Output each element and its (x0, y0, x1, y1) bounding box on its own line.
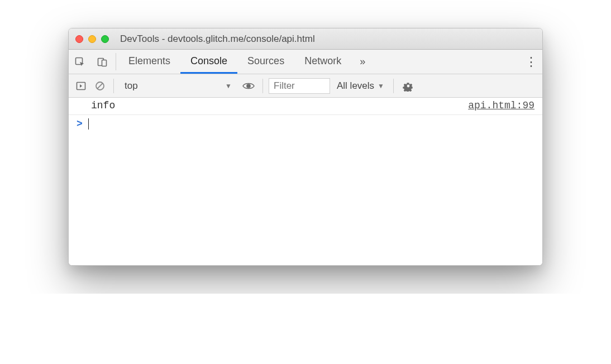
settings-gear-icon[interactable] (399, 80, 417, 92)
svg-line-5 (97, 83, 103, 89)
toolbar-divider (393, 79, 394, 93)
console-prompt[interactable]: > (69, 115, 542, 133)
close-window-icon[interactable] (75, 35, 83, 43)
panel-tabbar: Elements Console Sources Network » ⋮ (69, 50, 542, 74)
more-tabs-icon[interactable]: » (351, 50, 374, 74)
maximize-window-icon[interactable] (101, 35, 109, 43)
device-toolbar-icon[interactable] (91, 50, 113, 74)
tab-network[interactable]: Network (294, 50, 351, 74)
minimize-window-icon[interactable] (88, 35, 96, 43)
chevron-down-icon: ▼ (378, 82, 384, 90)
window-title: DevTools - devtools.glitch.me/console/ap… (117, 33, 536, 45)
filter-input[interactable] (269, 78, 330, 94)
live-expression-icon[interactable] (240, 82, 257, 90)
text-cursor (88, 118, 89, 130)
menu-kebab-icon[interactable]: ⋮ (520, 50, 542, 74)
svg-point-7 (407, 84, 410, 87)
panel-tabs: Elements Console Sources Network (118, 50, 351, 74)
toolbar-divider (262, 79, 263, 93)
titlebar: DevTools - devtools.glitch.me/console/ap… (69, 28, 542, 50)
log-message: info (91, 100, 115, 111)
log-row[interactable]: info api.html:99 (69, 98, 542, 115)
toggle-sidebar-icon[interactable] (73, 78, 89, 94)
prompt-caret-icon: > (77, 118, 83, 130)
svg-point-6 (247, 84, 250, 88)
log-levels-label: All levels (337, 80, 374, 92)
clear-console-icon[interactable] (92, 78, 108, 94)
window-controls (75, 35, 109, 43)
tab-sources[interactable]: Sources (237, 50, 294, 74)
log-levels-selector[interactable]: All levels ▼ (333, 80, 388, 92)
svg-rect-2 (102, 60, 107, 66)
tabbar-divider (116, 53, 116, 70)
inspect-element-icon[interactable] (69, 50, 91, 74)
tab-elements[interactable]: Elements (118, 50, 180, 74)
context-label: top (125, 80, 138, 92)
console-output: info api.html:99 > (69, 98, 542, 265)
chevron-down-icon: ▼ (225, 82, 232, 90)
devtools-window: DevTools - devtools.glitch.me/console/ap… (68, 28, 543, 266)
log-source-link[interactable]: api.html:99 (468, 100, 534, 111)
toolbar-divider (113, 79, 114, 93)
context-selector[interactable]: top ▼ (120, 78, 237, 94)
tab-console[interactable]: Console (180, 50, 237, 74)
console-toolbar: top ▼ All levels ▼ (69, 74, 542, 98)
